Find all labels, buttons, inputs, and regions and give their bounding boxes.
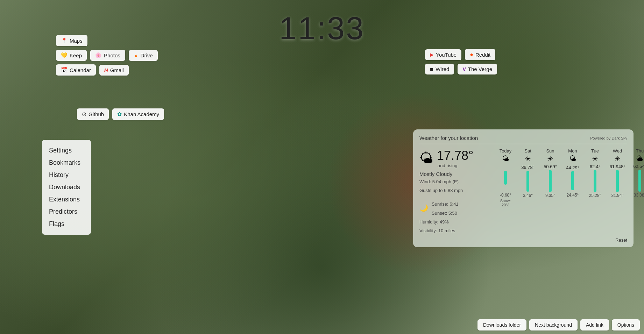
youtube-icon: ▶	[430, 52, 434, 57]
forecast-bar-fill-sun	[549, 170, 552, 192]
options-button[interactable]: Options	[612, 319, 640, 331]
forecast-icon-mon: 🌤	[569, 155, 576, 163]
bookmarks-row-3: 📅 Calendar M Gmail	[56, 64, 158, 76]
forecast-day-tue: Tue	[591, 148, 599, 154]
weather-header: Weather for your location Powered by Dar…	[419, 135, 627, 144]
forecast-bar-fill-tue	[594, 170, 596, 192]
weather-widget: Weather for your location Powered by Dar…	[413, 129, 634, 247]
forecast-low-wed: 31.94°	[611, 193, 624, 198]
bookmark-wired[interactable]: ◼ Wired	[425, 64, 454, 74]
bookmark-photos[interactable]: 🌸 Photos	[90, 50, 125, 61]
bottom-bar: Downloads folder Next background Add lin…	[473, 316, 644, 334]
forecast-low-thu: 33.08°	[634, 193, 644, 198]
github-icon: ⊙	[82, 111, 86, 118]
bookmarks-right-row2: ◼ Wired V The Verge	[425, 64, 497, 74]
maps-icon: 📍	[61, 37, 68, 44]
weather-rising: and rising	[438, 163, 473, 168]
forecast-day-sat: Sat	[524, 148, 531, 154]
add-link-button[interactable]: Add link	[580, 319, 609, 331]
github-label: Github	[89, 111, 104, 117]
keep-icon: 💛	[61, 52, 68, 58]
weather-sunrise: Sunrise: 6:41	[432, 201, 459, 208]
left-menu: Settings Bookmarks History Downloads Ext…	[42, 140, 91, 235]
forecast-bar-fill-wed	[616, 170, 619, 192]
menu-item-downloads[interactable]: Downloads	[49, 182, 80, 192]
gmail-icon: M	[104, 67, 108, 73]
bookmark-reddit[interactable]: ● Reddit	[465, 49, 495, 60]
weather-current-top: 🌤 17.78° and rising	[419, 148, 489, 168]
forecast-low-sun: 9.35°	[545, 193, 555, 198]
forecast-bar-wed: 61.948°	[610, 164, 625, 192]
weather-main-icon: 🌤	[419, 150, 433, 166]
bookmarks-row-1: 📍 Maps	[56, 35, 158, 46]
weather-sunset: Sunset: 5:50	[432, 210, 459, 217]
weather-powered: Powered by Dark Sky	[590, 136, 627, 140]
weather-gusts: Gusts up to 6.88 mph	[419, 187, 489, 194]
calendar-label: Calendar	[70, 67, 91, 73]
bookmarks-left: 📍 Maps 💛 Keep 🌸 Photos ▲ Drive 📅 Calenda…	[56, 35, 158, 79]
forecast-icon-wed: ☀	[614, 155, 621, 163]
drive-icon: ▲	[134, 52, 139, 58]
bookmark-youtube[interactable]: ▶ YouTube	[425, 49, 461, 60]
forecast-bar-fill-sat	[526, 171, 529, 192]
wired-label: Wired	[436, 66, 449, 72]
drive-label: Drive	[141, 52, 153, 58]
bookmarks-right: ▶ YouTube ● Reddit ◼ Wired V The Verge	[425, 49, 497, 78]
weather-temp-block: 17.78° and rising	[437, 148, 473, 168]
menu-item-flags[interactable]: Flags	[49, 219, 80, 229]
menu-item-extensions[interactable]: Extensions	[49, 194, 80, 205]
calendar-icon: 📅	[61, 67, 68, 73]
theverge-icon: V	[462, 66, 466, 72]
photos-label: Photos	[104, 52, 120, 58]
weather-current: 🌤 17.78° and rising Mostly Cloudy Wind: …	[419, 148, 489, 235]
weather-reset-button[interactable]: Reset	[615, 237, 627, 243]
bookmark-maps[interactable]: 📍 Maps	[56, 35, 87, 46]
forecast-grid: Today 🌤 -0.68° Snow:20% Sat ☀ 36.78° 3.4…	[495, 148, 644, 235]
forecast-mon: Mon 🌤 44.29° 24.45°	[562, 148, 583, 235]
forecast-thu: Thu 🌥 62.54° 33.08°	[629, 148, 644, 235]
weather-condition: Mostly Cloudy	[419, 171, 489, 177]
weather-wind: Wind: 5.04 mph (E)	[419, 178, 489, 186]
weather-title: Weather for your location	[419, 135, 478, 141]
bookmark-github[interactable]: ⊙ Github	[77, 108, 109, 120]
bookmark-theverge[interactable]: V The Verge	[458, 64, 497, 74]
maps-label: Maps	[70, 38, 83, 44]
bookmarks-row-2: 💛 Keep 🌸 Photos ▲ Drive	[56, 50, 158, 61]
forecast-low-tue: 25.28°	[589, 193, 601, 198]
forecast-day-wed: Wed	[613, 148, 622, 154]
forecast-tue: Tue ☀ 62.4° 25.28°	[585, 148, 606, 235]
forecast-bar-tue: 62.4°	[590, 164, 601, 192]
bookmark-keep[interactable]: 💛 Keep	[56, 50, 87, 61]
forecast-icon-sat: ☀	[525, 155, 531, 163]
forecast-bar-thu: 62.54°	[633, 164, 644, 192]
forecast-high-sun: 50.69°	[544, 164, 557, 169]
bookmark-calendar[interactable]: 📅 Calendar	[56, 64, 96, 76]
downloads-folder-button[interactable]: Downloads folder	[477, 319, 526, 331]
bookmarks-mid: ⊙ Github ✿ Khan Academy	[77, 108, 164, 123]
next-background-button[interactable]: Next background	[529, 319, 578, 331]
forecast-icon-sun: ☀	[547, 155, 553, 163]
bookmarks-right-row1: ▶ YouTube ● Reddit	[425, 49, 497, 60]
bookmark-khanacademy[interactable]: ✿ Khan Academy	[112, 108, 164, 120]
clock-display: 11:33	[279, 10, 365, 47]
forecast-bar-today	[504, 164, 507, 192]
forecast-low-mon: 24.45°	[567, 193, 579, 198]
bookmark-drive[interactable]: ▲ Drive	[129, 50, 158, 61]
menu-item-predictors[interactable]: Predictors	[49, 207, 80, 217]
forecast-bar-sat: 36.78°	[521, 164, 535, 192]
forecast-bar-fill-thu	[638, 170, 641, 192]
forecast-bar-fill-mon	[571, 171, 574, 190]
reddit-icon: ●	[470, 51, 473, 58]
menu-item-settings[interactable]: Settings	[49, 145, 80, 156]
weather-temperature: 17.78°	[437, 148, 473, 163]
wired-icon: ◼	[430, 67, 433, 72]
menu-item-bookmarks[interactable]: Bookmarks	[49, 158, 80, 168]
forecast-wed: Wed ☀ 61.948° 31.94°	[607, 148, 628, 235]
youtube-label: YouTube	[436, 52, 457, 58]
forecast-high-thu: 62.54°	[633, 164, 644, 169]
forecast-bar-fill-today	[504, 171, 507, 185]
moon-icon: 🌙	[419, 204, 428, 212]
menu-item-history[interactable]: History	[49, 170, 80, 180]
bookmark-gmail[interactable]: M Gmail	[99, 65, 129, 76]
reddit-label: Reddit	[475, 52, 490, 58]
